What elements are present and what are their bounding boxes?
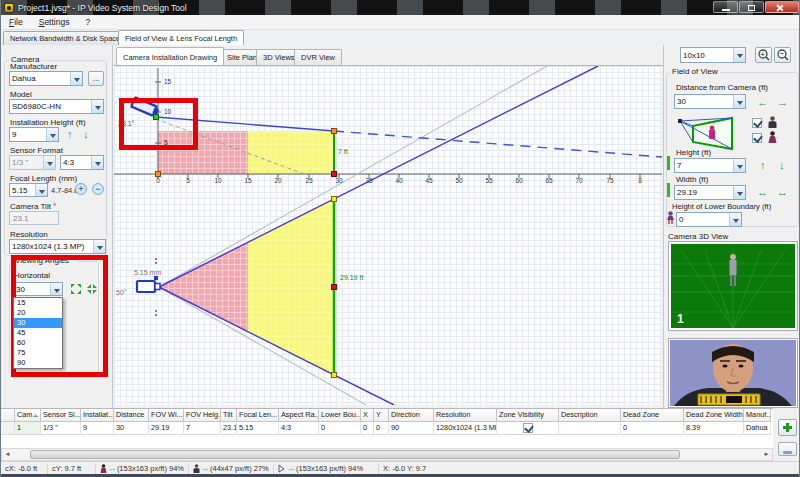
angle-option-selected[interactable]: 30 [14,318,62,328]
chevron-down-icon[interactable] [70,72,82,85]
menu-file[interactable]: File [1,16,31,28]
manufacturer-select[interactable]: Dahua [9,71,83,86]
chevron-down-icon[interactable] [50,283,62,295]
manufacturer-browse-button[interactable]: ... [88,71,104,86]
camera-position-handle[interactable] [154,115,159,120]
zone-visibility-checkbox[interactable] [523,423,533,433]
camera-3d-view[interactable]: 1 [668,241,798,331]
grid-size-select[interactable]: 10x10 [680,47,746,63]
angle-option[interactable]: 15 [14,298,62,308]
origin-handle[interactable] [156,172,161,177]
side-target-top-handle[interactable] [332,129,337,134]
x-tick: 20 [274,177,282,184]
focal-minus-button[interactable]: − [92,183,104,195]
distance-select[interactable]: 30 [674,94,746,109]
chevron-down-icon[interactable] [733,186,745,199]
add-camera-button[interactable] [778,419,797,436]
header-tilt[interactable]: Tilt [221,409,237,422]
resolution-select[interactable]: 1280x1024 (1.3 MP) [9,239,106,254]
menu-help[interactable]: ? [77,16,98,28]
header-camera[interactable]: Cam...▲ [15,409,41,422]
header-zone-visibility[interactable]: Zone Visibility [497,409,559,422]
focal-plus-button[interactable]: + [75,183,87,195]
installation-height-select[interactable]: 9 [9,127,59,142]
spread-angles-icon[interactable] [70,283,82,295]
fov-height-select[interactable]: 7 [674,158,746,173]
header-lower-boundary[interactable]: Lower Bou... [319,409,361,422]
fov-width-select[interactable]: 29.19 [674,185,746,200]
angle-option[interactable]: 75 [14,348,62,358]
fov-height-down-icon[interactable]: ↓ [779,160,785,171]
tab-dvr-view[interactable]: DVR View [294,49,342,65]
header-manufacturer[interactable]: Manuf... [744,409,771,422]
header-focal-length[interactable]: Focal Len... [237,409,279,422]
pixel-density-preview[interactable] [668,338,798,408]
minimize-button[interactable] [713,1,738,13]
table-row[interactable]: 1 1/3 " 9 30 29.19 7 23.1 5.15 4:3 0 0 0… [1,422,773,435]
plan-target-mid-handle[interactable] [332,285,337,290]
menu-settings[interactable]: Settings [31,16,78,28]
camera-installation-drawing[interactable]: 0 5 10 15 20 25 30 35 40 45 50 55 60 65 … [114,66,662,405]
horizontal-angle-select[interactable]: 30 [13,282,63,296]
angle-option[interactable]: 90 [14,358,62,368]
show-woman-checkbox[interactable] [752,133,762,143]
scroll-right-icon[interactable]: ► [761,450,772,459]
narrow-angles-icon[interactable] [86,283,98,295]
header-x[interactable]: X [361,409,374,422]
aspect-ratio-select[interactable]: 4:3 [60,155,104,170]
chevron-down-icon[interactable] [91,156,103,169]
model-select[interactable]: SD6980C-HN [9,99,104,114]
chevron-down-icon[interactable] [733,95,745,108]
header-aspect-ratio[interactable]: Aspect Ra... [279,409,319,422]
close-button[interactable] [765,1,799,13]
show-man-checkbox[interactable] [752,118,762,128]
x-tick: 55 [485,177,493,184]
chevron-down-icon[interactable] [35,184,47,196]
chevron-down-icon[interactable] [46,128,58,141]
tab-camera-installation-drawing[interactable]: Camera Installation Drawing [116,47,224,65]
chevron-down-icon[interactable] [733,48,745,62]
height-up-icon[interactable]: ↑ [67,129,73,140]
header-sensor-size[interactable]: Sensor Si... [41,409,81,422]
chevron-down-icon[interactable] [91,100,103,113]
header-description[interactable]: Description [559,409,621,422]
header-installation[interactable]: Installat... [81,409,114,422]
tab-field-of-view[interactable]: Field of View & Lens Focal Length [118,30,244,45]
plan-camera-icon[interactable] [137,281,160,292]
zoom-in-button[interactable]: + [755,47,772,63]
header-distance[interactable]: Distance [114,409,149,422]
header-direction[interactable]: Direction [389,409,434,422]
header-y[interactable]: Y [374,409,389,422]
scrollbar-thumb[interactable] [30,450,680,459]
header-dead-zone[interactable]: Dead Zone [621,409,684,422]
side-target-bottom-handle[interactable] [332,172,337,177]
remove-camera-button[interactable] [778,442,797,456]
plan-target-bottom-handle[interactable] [332,373,337,378]
fov-width-narrow-icon[interactable]: ↔ [757,187,768,198]
horizontal-scrollbar[interactable]: ◄ ► [1,448,773,461]
chevron-down-icon[interactable] [729,213,741,226]
header-fov-height[interactable]: FOV Heig... [184,409,221,422]
header-resolution[interactable]: Resolution [434,409,497,422]
chevron-down-icon[interactable] [93,240,105,253]
chevron-down-icon[interactable] [733,159,745,172]
tab-network-bandwidth[interactable]: Network Bandwidth & Disk Space [3,31,127,45]
maximize-button[interactable] [739,1,764,13]
plan-target-top-handle[interactable] [332,197,337,202]
status-cursor-density: ↔ (153x163 px/ft) 94% [274,463,379,474]
scroll-left-icon[interactable]: ◄ [2,450,13,459]
header-fov-width[interactable]: FOV Wi... [149,409,184,422]
fov-width-widen-icon[interactable]: ↔ [777,187,788,198]
focal-handle[interactable] [154,276,158,280]
fov-height-up-icon[interactable]: ↑ [760,160,766,171]
focal-length-select[interactable]: 5.15 [9,183,48,197]
height-down-icon[interactable]: ↓ [83,129,89,140]
distance-decrease-icon[interactable]: ← [757,97,768,108]
zoom-out-button[interactable]: − [774,47,791,63]
distance-increase-icon[interactable]: → [777,97,788,108]
header-dead-zone-width[interactable]: Dead Zone Width [684,409,744,422]
angle-option[interactable]: 20 [14,308,62,318]
lower-boundary-select[interactable]: 0 [676,212,742,227]
angle-option[interactable]: 45 [14,328,62,338]
angle-option[interactable]: 60 [14,338,62,348]
